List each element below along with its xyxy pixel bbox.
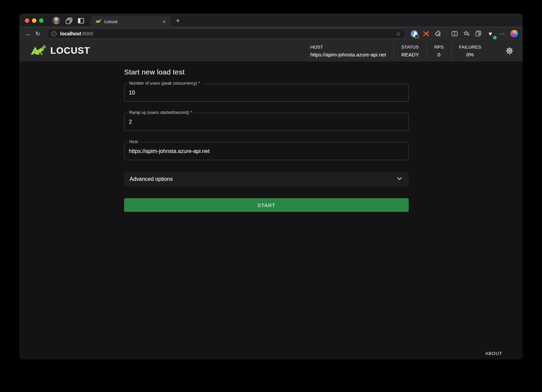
users-input[interactable]	[124, 84, 409, 102]
privacy-extension-icon[interactable]	[410, 29, 419, 38]
url-port: :8089	[81, 31, 93, 36]
locust-favicon	[95, 19, 101, 25]
favorites-icon[interactable]	[462, 29, 471, 38]
tab-title: Locust	[104, 19, 161, 24]
advanced-options-accordion[interactable]: Advanced options	[124, 172, 409, 186]
essentials-check-badge: ✓	[493, 36, 497, 39]
browser-tab-locust[interactable]: Locust ×	[90, 16, 171, 28]
stat-status-label: STATUS	[401, 45, 419, 50]
chevron-down-icon	[396, 175, 403, 184]
page-content: Start new load test Number of users (pea…	[19, 62, 523, 359]
split-screen-icon[interactable]	[450, 29, 459, 38]
advanced-options-label: Advanced options	[130, 176, 173, 182]
close-window-button[interactable]	[25, 18, 29, 23]
ramp-up-field: Ramp up (users started/second) *	[124, 113, 409, 131]
profile-avatar[interactable]	[52, 17, 60, 24]
start-button[interactable]: START	[124, 198, 409, 212]
host-field: Host	[124, 142, 409, 160]
copilot-icon[interactable]	[510, 29, 519, 38]
form-container: Start new load test Number of users (pea…	[124, 62, 409, 212]
tab-close-icon[interactable]: ×	[161, 18, 168, 25]
stat-host: HOST https://apim-johnsta.azure-api.net	[303, 43, 394, 59]
stat-status-value: READY	[401, 52, 419, 57]
browser-toolbar: ← ↻ i localhost:8089 ☆	[19, 27, 523, 40]
host-input[interactable]	[124, 142, 409, 160]
locust-logo-icon	[30, 45, 46, 57]
collections-icon[interactable]	[474, 29, 483, 38]
about-link[interactable]: ABOUT	[485, 351, 502, 356]
address-bar[interactable]: i localhost:8089 ☆	[47, 29, 406, 39]
stat-status: STATUS READY	[393, 43, 426, 59]
tab-strip: Locust × +	[19, 14, 523, 27]
maximize-window-button[interactable]	[39, 18, 44, 23]
toolbar-divider	[446, 30, 446, 37]
minimize-window-button[interactable]	[32, 18, 36, 23]
users-field-label: Number of users (peak concurrency) *	[128, 81, 202, 86]
bookmark-star-icon[interactable]: ☆	[396, 30, 401, 37]
users-field: Number of users (peak concurrency) *	[124, 84, 409, 102]
window-controls	[25, 18, 44, 23]
url-text[interactable]: localhost:8089	[60, 31, 396, 36]
ramp-up-field-label: Ramp up (users started/second) *	[128, 110, 193, 115]
toolbar-extensions: ♥ ✓ ⋯	[410, 29, 519, 38]
stat-host-value: https://apim-johnsta.azure-api.net	[310, 52, 386, 57]
locust-header: LOCUST HOST https://apim-johnsta.azure-a…	[19, 40, 523, 62]
stat-rps-label: RPS	[434, 45, 444, 50]
site-info-icon[interactable]: i	[51, 31, 56, 36]
refresh-icon[interactable]: ↻	[33, 29, 43, 38]
browser-window: Locust × + ← ↻ i localhost:8089 ☆	[19, 14, 523, 359]
red-x-extension-icon[interactable]	[422, 29, 430, 38]
url-host: localhost	[60, 31, 81, 36]
back-icon[interactable]: ←	[23, 29, 33, 38]
browser-essentials-icon[interactable]: ♥ ✓	[486, 29, 495, 38]
extensions-puzzle-icon[interactable]	[434, 29, 442, 38]
stat-failures: FAILURES 0%	[451, 43, 489, 59]
locust-brand: LOCUST	[30, 45, 90, 57]
stat-failures-value: 0%	[459, 52, 481, 57]
stat-host-label: HOST	[310, 45, 386, 50]
stat-rps-value: 0	[434, 52, 444, 57]
workspaces-icon[interactable]	[65, 16, 73, 25]
settings-gear-icon[interactable]	[504, 46, 514, 56]
settings-more-icon[interactable]: ⋯	[498, 29, 507, 38]
host-field-label: Host	[128, 139, 139, 144]
stat-failures-label: FAILURES	[459, 45, 481, 50]
header-stats: HOST https://apim-johnsta.azure-api.net …	[303, 43, 489, 59]
page-title: Start new load test	[124, 68, 409, 76]
ramp-up-input[interactable]	[124, 113, 409, 131]
sidebar-icon[interactable]	[77, 16, 85, 25]
brand-title: LOCUST	[50, 46, 90, 56]
stat-rps: RPS 0	[426, 43, 451, 59]
new-tab-button[interactable]: +	[173, 16, 183, 25]
